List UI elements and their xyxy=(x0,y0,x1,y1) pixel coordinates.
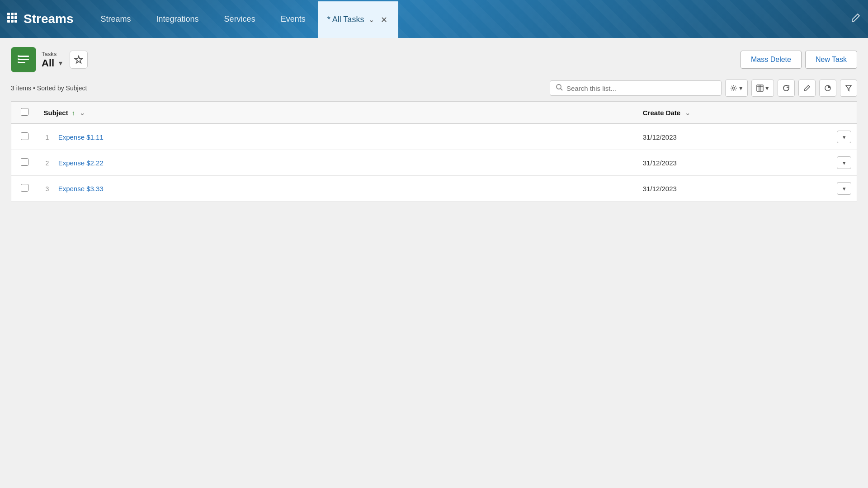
subject-sort-icon: ↑ xyxy=(72,109,75,117)
svg-rect-7 xyxy=(11,20,14,23)
subject-chevron-icon[interactable]: ⌄ xyxy=(80,109,85,117)
create-date-cell: 31/12/2023 xyxy=(637,124,831,150)
row-number: 2 xyxy=(38,160,57,167)
svg-rect-6 xyxy=(7,20,10,23)
svg-rect-14 xyxy=(18,61,19,63)
columns-chevron: ▾ xyxy=(765,84,769,92)
row-number: 1 xyxy=(38,134,57,141)
svg-line-16 xyxy=(561,89,562,90)
search-input[interactable] xyxy=(566,84,716,92)
subject-header[interactable]: Subject ↑ ⌄ xyxy=(38,102,637,124)
table-header-row: Subject ↑ ⌄ Create Date ⌄ xyxy=(11,102,857,124)
nav-link-services[interactable]: Services xyxy=(212,0,268,38)
top-nav: Streams Streams Integrations Services Ev… xyxy=(0,0,868,38)
active-tab-label: * All Tasks xyxy=(327,15,364,24)
subject-link[interactable]: Expense $2.22 xyxy=(58,159,104,167)
pin-button[interactable] xyxy=(70,51,88,69)
tasks-label: Tasks xyxy=(42,51,64,57)
row-number: 3 xyxy=(38,185,57,192)
item-count: 3 items • Sorted by Subject xyxy=(11,84,87,92)
task-icon xyxy=(11,47,36,72)
tab-close-icon[interactable]: ✕ xyxy=(379,14,389,26)
active-tab[interactable]: * All Tasks ⌄ ✕ xyxy=(318,0,399,38)
subject-label: Subject xyxy=(44,109,68,117)
table-row: 1 Expense $1.11 31/12/2023 ▾ xyxy=(11,124,857,150)
row-checkbox[interactable] xyxy=(21,158,28,166)
nav-link-integrations[interactable]: Integrations xyxy=(144,0,212,38)
new-task-button[interactable]: New Task xyxy=(805,51,857,69)
subject-link[interactable]: Expense $1.11 xyxy=(58,133,104,141)
app-title: Streams xyxy=(24,12,74,26)
list-toolbar: 3 items • Sorted by Subject ▾ xyxy=(11,80,857,97)
row-dropdown-button[interactable]: ▾ xyxy=(837,156,851,169)
svg-point-15 xyxy=(557,84,561,89)
task-title-group: Tasks All ▾ xyxy=(42,51,64,69)
svg-rect-13 xyxy=(18,58,19,60)
filter-button[interactable] xyxy=(840,80,857,97)
create-date-chevron-icon[interactable]: ⌄ xyxy=(685,109,690,117)
search-box xyxy=(550,80,722,96)
row-dropdown-button[interactable]: ▾ xyxy=(837,131,851,143)
settings-chevron: ▾ xyxy=(739,84,743,92)
data-table: Subject ↑ ⌄ Create Date ⌄ 1 Expense $1.1… xyxy=(11,101,857,202)
row-dropdown-button[interactable]: ▾ xyxy=(837,182,851,195)
row-action-cell: ▾ xyxy=(831,124,857,150)
svg-rect-4 xyxy=(11,16,14,19)
row-action-cell: ▾ xyxy=(831,150,857,176)
chart-button[interactable] xyxy=(819,80,836,97)
row-checkbox-cell[interactable] xyxy=(11,124,38,150)
row-action-cell: ▾ xyxy=(831,176,857,202)
svg-rect-3 xyxy=(7,16,10,19)
search-icon xyxy=(556,84,563,93)
row-checkbox[interactable] xyxy=(21,184,28,192)
subject-cell: 1 Expense $1.11 xyxy=(38,124,637,150)
svg-rect-2 xyxy=(14,13,17,15)
create-date-cell: 31/12/2023 xyxy=(637,176,831,202)
nav-link-events[interactable]: Events xyxy=(268,0,318,38)
tasks-value: All xyxy=(42,57,54,69)
svg-rect-10 xyxy=(18,59,29,60)
row-checkbox-cell[interactable] xyxy=(11,176,38,202)
svg-rect-0 xyxy=(7,13,10,15)
nav-edit-icon[interactable] xyxy=(851,13,861,25)
grid-icon[interactable] xyxy=(7,13,17,25)
svg-point-17 xyxy=(733,87,735,89)
create-date-cell: 31/12/2023 xyxy=(637,150,831,176)
svg-marker-23 xyxy=(846,85,851,91)
nav-links: Streams Integrations Services Events * A… xyxy=(88,0,399,38)
mass-delete-button[interactable]: Mass Delete xyxy=(741,51,802,69)
refresh-button[interactable] xyxy=(778,80,795,97)
row-checkbox-cell[interactable] xyxy=(11,150,38,176)
svg-rect-5 xyxy=(14,16,17,19)
action-header xyxy=(831,102,857,124)
create-date-header[interactable]: Create Date ⌄ xyxy=(637,102,831,124)
task-header: Tasks All ▾ Mass Delete New Task xyxy=(11,47,857,72)
nav-link-streams[interactable]: Streams xyxy=(88,0,144,38)
settings-button[interactable]: ▾ xyxy=(725,80,748,97)
table-row: 2 Expense $2.22 31/12/2023 ▾ xyxy=(11,150,857,176)
svg-rect-12 xyxy=(18,55,19,57)
select-all-checkbox[interactable] xyxy=(21,108,28,116)
main-content: Tasks All ▾ Mass Delete New Task 3 items… xyxy=(0,38,868,488)
subject-cell: 3 Expense $3.33 xyxy=(38,176,637,202)
task-actions: Mass Delete New Task xyxy=(741,51,857,69)
tasks-dropdown-button[interactable]: ▾ xyxy=(57,58,64,68)
svg-rect-18 xyxy=(757,85,763,91)
select-all-header[interactable] xyxy=(11,102,38,124)
subject-link[interactable]: Expense $3.33 xyxy=(58,185,104,192)
svg-rect-8 xyxy=(14,20,17,23)
tab-chevron-icon[interactable]: ⌄ xyxy=(368,15,374,24)
svg-rect-9 xyxy=(18,56,29,57)
row-checkbox[interactable] xyxy=(21,132,28,140)
columns-button[interactable]: ▾ xyxy=(751,80,774,97)
table-row: 3 Expense $3.33 31/12/2023 ▾ xyxy=(11,176,857,202)
edit-button[interactable] xyxy=(798,80,816,97)
svg-rect-1 xyxy=(11,13,14,15)
create-date-label: Create Date xyxy=(643,109,680,117)
subject-cell: 2 Expense $2.22 xyxy=(38,150,637,176)
